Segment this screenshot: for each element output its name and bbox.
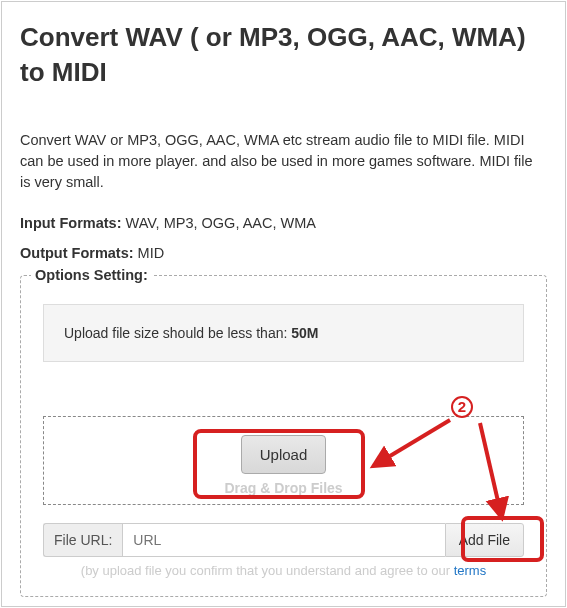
filesize-notice: Upload file size should be less than: 50…: [43, 304, 524, 362]
output-formats-label: Output Formats:: [20, 245, 134, 261]
notice-value: 50M: [291, 325, 318, 341]
options-panel: Options Setting: Upload file size should…: [20, 275, 547, 597]
upload-button[interactable]: Upload: [241, 435, 327, 474]
input-formats-label: Input Formats:: [20, 215, 122, 231]
input-formats-line: Input Formats: WAV, MP3, OGG, AAC, WMA: [20, 215, 547, 231]
url-row: File URL: Add File: [43, 523, 524, 557]
url-label: File URL:: [43, 523, 122, 557]
drop-text: Drag & Drop Files: [44, 480, 523, 496]
confirm-prefix: (by upload file you confirm that you und…: [81, 563, 454, 578]
terms-link[interactable]: terms: [454, 563, 487, 578]
drop-zone[interactable]: Upload Drag & Drop Files: [43, 416, 524, 505]
confirm-text: (by upload file you confirm that you und…: [43, 563, 524, 578]
page-title: Convert WAV ( or MP3, OGG, AAC, WMA) to …: [20, 20, 547, 90]
addfile-button[interactable]: Add File: [445, 523, 524, 557]
url-input[interactable]: [122, 523, 444, 557]
page-description: Convert WAV or MP3, OGG, AAC, WMA etc st…: [20, 130, 547, 193]
output-formats-value: MID: [134, 245, 165, 261]
output-formats-line: Output Formats: MID: [20, 245, 547, 261]
notice-prefix: Upload file size should be less than:: [64, 325, 291, 341]
input-formats-value: WAV, MP3, OGG, AAC, WMA: [122, 215, 316, 231]
options-title: Options Setting:: [31, 267, 152, 283]
annotation-step-2: 2: [451, 392, 473, 418]
